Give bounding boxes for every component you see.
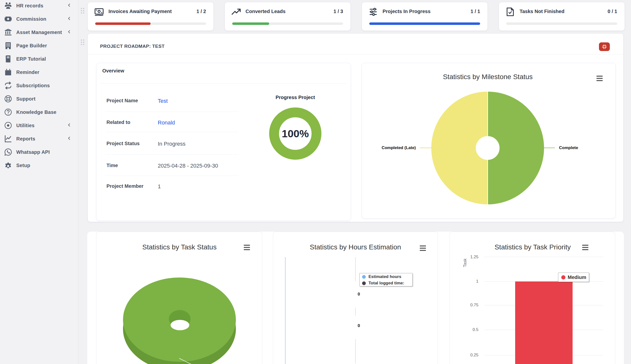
svg-text:100%: 100% xyxy=(282,128,309,140)
